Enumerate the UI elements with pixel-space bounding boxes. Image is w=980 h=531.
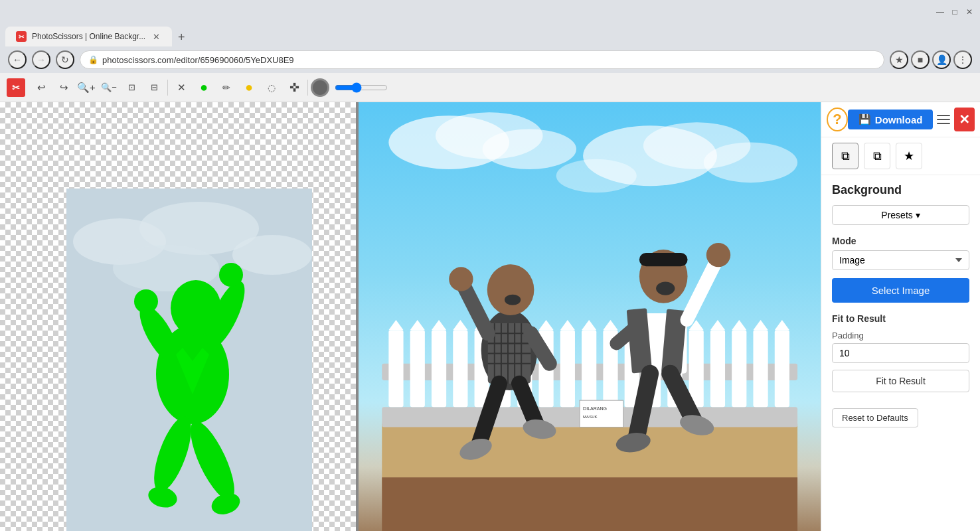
menu-button[interactable]: ⋮: [953, 50, 972, 69]
erase-marker-button[interactable]: ✏: [216, 77, 237, 98]
svg-point-10: [219, 263, 243, 287]
svg-line-88: [687, 260, 716, 320]
right-panel: DILARANG MASUK: [359, 102, 821, 531]
svg-point-75: [487, 264, 534, 315]
padding-label: Padding: [832, 331, 969, 341]
svg-marker-27: [388, 320, 403, 330]
hamburger-line-3: [937, 123, 950, 124]
brush-size-input[interactable]: [335, 82, 388, 93]
tab-copy-icon-2[interactable]: ⧉: [864, 143, 890, 169]
erase2-button[interactable]: ◌: [261, 77, 282, 98]
tab-title: PhotoScissors | Online Backgr...: [32, 32, 145, 41]
lock-icon: 🔒: [88, 55, 98, 64]
tab-star-icon[interactable]: ★: [896, 143, 922, 169]
favicon-text: ✂: [19, 33, 24, 40]
brush-size-slider: [311, 78, 388, 97]
url-text: photoscissors.com/editor/659690060/5YeDX…: [102, 55, 294, 65]
profile-button[interactable]: 👤: [932, 50, 951, 69]
svg-rect-60: [753, 330, 768, 407]
mode-select[interactable]: Color Image Transparent: [832, 250, 969, 270]
hamburger-line-2: [937, 119, 950, 120]
address-bar[interactable]: 🔒 photoscissors.com/editor/659690060/5Ye…: [80, 50, 884, 69]
svg-point-22: [556, 159, 636, 192]
presets-label: Presets ▾: [881, 210, 920, 220]
move-button[interactable]: ✜: [284, 77, 305, 98]
toolbar-left: ✂ ↩ ↪ 🔍+ 🔍− ⊡ ⊟ ✕ ● ✏ ● ◌ ✜: [5, 77, 388, 98]
tab-copy-icon-1[interactable]: ⧉: [832, 143, 858, 169]
svg-rect-62: [774, 330, 789, 407]
tab-bar: ✂ PhotoScissors | Online Backgr... ✕ +: [0, 24, 980, 46]
copy-icon-2: ⧉: [873, 149, 882, 163]
zoom-out-button[interactable]: 🔍−: [98, 77, 120, 98]
redo-button[interactable]: ↪: [53, 77, 74, 98]
svg-rect-97: [580, 400, 623, 427]
brush-circle-inner: [313, 80, 327, 95]
left-panel: [0, 102, 356, 531]
app-logo-icon: ✂: [7, 78, 25, 97]
help-button[interactable]: ?: [827, 108, 848, 131]
svg-text:MASUK: MASUK: [583, 415, 598, 419]
download-icon: 💾: [858, 114, 871, 125]
svg-marker-59: [732, 320, 746, 330]
svg-marker-43: [560, 320, 574, 330]
reset-defaults-button[interactable]: Reset to Defaults: [832, 408, 918, 427]
svg-rect-32: [453, 330, 467, 407]
fit-result-button[interactable]: Fit to Result: [832, 370, 969, 392]
close-sidebar-button[interactable]: ✕: [954, 108, 975, 131]
zoom-in-button[interactable]: 🔍+: [76, 77, 97, 98]
refresh-button[interactable]: ↻: [56, 50, 74, 69]
back-button[interactable]: ←: [8, 50, 27, 69]
fit-result-label: Fit to Result: [876, 376, 926, 386]
close-edit-button[interactable]: ✕: [171, 77, 192, 98]
yellow-marker-button[interactable]: ●: [238, 77, 260, 98]
maximize-button[interactable]: □: [949, 7, 960, 17]
close-window-button[interactable]: ✕: [964, 7, 975, 17]
browser-chrome: — □ ✕ ✂ PhotoScissors | Online Backgr...…: [0, 0, 980, 73]
svg-point-95: [656, 282, 675, 295]
svg-text:DILARANG: DILARANG: [583, 406, 607, 411]
sidebar: ? 💾 Download ✕ ⧉ ⧉: [821, 102, 980, 531]
hamburger-menu-button[interactable]: [933, 108, 953, 131]
main-area: DILARANG MASUK ? 💾 Download: [0, 102, 980, 531]
subject-container: [66, 189, 312, 531]
svg-marker-57: [710, 320, 725, 330]
svg-point-83: [505, 295, 521, 305]
svg-rect-44: [582, 330, 596, 407]
app-container: ✂ ↩ ↪ 🔍+ 🔍− ⊡ ⊟ ✕ ● ✏ ● ◌ ✜: [0, 73, 980, 531]
svg-rect-28: [410, 330, 424, 407]
svg-marker-41: [538, 320, 553, 330]
fit-to-result-section-label: Fit to Result: [832, 313, 969, 324]
svg-marker-61: [753, 320, 768, 330]
padding-input[interactable]: [832, 343, 969, 363]
download-button[interactable]: 💾 Download: [848, 110, 934, 129]
green-silhouette-svg: [66, 189, 312, 531]
svg-point-18: [482, 129, 576, 169]
forward-button[interactable]: →: [32, 50, 50, 69]
zoom-reset-button[interactable]: ⊟: [143, 77, 165, 98]
tab-close-button[interactable]: ✕: [151, 31, 161, 42]
presets-button[interactable]: Presets ▾: [832, 205, 969, 225]
svg-marker-33: [453, 320, 467, 330]
active-tab[interactable]: ✂ PhotoScissors | Online Backgr... ✕: [5, 27, 172, 46]
minimize-button[interactable]: —: [935, 7, 945, 17]
sidebar-tabs: ⧉ ⧉ ★: [821, 137, 980, 175]
new-tab-button[interactable]: +: [172, 28, 191, 46]
svg-point-9: [134, 289, 158, 313]
undo-button[interactable]: ↩: [31, 77, 52, 98]
mode-label: Mode: [832, 236, 969, 246]
svg-marker-63: [774, 320, 789, 330]
svg-rect-56: [710, 330, 725, 407]
svg-marker-45: [582, 320, 596, 330]
svg-rect-30: [432, 330, 446, 407]
panel-divider[interactable]: [356, 102, 359, 531]
extensions-button[interactable]: ■: [911, 50, 930, 69]
select-image-label: Select Image: [872, 285, 930, 296]
zoom-fit-button[interactable]: ⊡: [121, 77, 142, 98]
app-logo: ✂: [5, 77, 27, 98]
editor-area: DILARANG MASUK: [0, 102, 821, 531]
result-scene-svg: DILARANG MASUK: [359, 102, 821, 531]
bookmark-button[interactable]: ★: [890, 50, 908, 69]
svg-point-3: [232, 235, 312, 275]
keep-marker-button[interactable]: ●: [193, 77, 214, 98]
select-image-button[interactable]: Select Image: [832, 278, 969, 303]
